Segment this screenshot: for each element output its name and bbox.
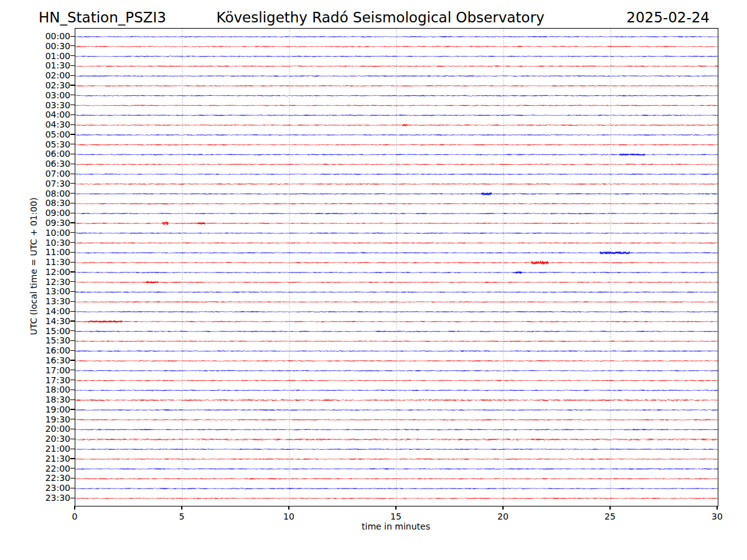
y-tick-label: 03:30 [45,101,70,110]
plot-area [75,28,718,506]
y-tick-mark [70,65,75,66]
y-tick-mark [70,134,75,134]
x-tick-label: 15 [390,511,402,521]
y-tick-label: 09:30 [45,218,70,227]
helicorder-figure: HN_Station_PSZI3 Kövesligethy Radó Seism… [0,0,747,560]
y-tick-label: 06:30 [45,159,70,168]
y-tick-mark [70,370,75,370]
y-tick-label: 02:00 [45,71,70,80]
y-tick-mark [70,380,75,380]
y-tick-mark [70,301,75,302]
y-tick-mark [70,75,75,76]
x-tick-mark [74,506,75,510]
y-tick-label: 11:00 [45,248,70,256]
y-tick-label: 06:00 [45,149,70,158]
y-tick-mark [70,114,75,115]
x-tick-mark [181,506,182,510]
x-tick-mark [288,506,289,510]
x-tick-label: 20 [497,511,509,521]
y-tick-label: 01:30 [45,61,70,70]
y-tick-mark [70,95,75,95]
y-tick-label: 17:30 [45,376,70,385]
y-tick-label: 21:00 [45,444,70,453]
y-tick-mark [70,164,75,164]
y-tick-label: 22:30 [45,474,70,482]
x-tick-mark [502,506,503,510]
y-tick-mark [70,183,75,184]
y-tick-mark [70,478,75,478]
x-tick-mark [716,506,717,510]
y-tick-label: 20:00 [45,424,70,433]
y-tick-label: 12:00 [45,268,70,276]
y-tick-mark [70,232,75,233]
y-tick-label: 14:30 [45,317,70,325]
y-tick-label: 07:00 [45,169,70,178]
y-tick-label: 13:30 [45,297,70,306]
y-tick-label: 11:30 [45,258,70,266]
y-tick-label: 10:00 [45,228,70,237]
y-tick-label: 17:00 [45,366,70,375]
y-tick-label: 16:00 [45,346,70,355]
y-tick-label: 21:30 [45,454,70,463]
y-tick-label: 03:00 [45,91,70,100]
y-tick-label: 12:30 [45,278,70,286]
x-tick-label: 10 [283,511,294,521]
x-tick-mark [395,506,396,510]
y-tick-mark [70,340,75,341]
y-tick-mark [70,439,75,439]
date-title: 2025-02-24 [626,9,710,26]
y-tick-label: 14:00 [45,307,70,315]
y-tick-mark [70,222,75,223]
y-tick-label: 10:30 [45,238,70,247]
y-tick-label: 01:00 [45,52,70,60]
y-tick-label: 22:00 [45,464,70,473]
y-tick-mark [70,330,75,331]
y-tick-mark [70,320,75,321]
y-tick-label: 19:00 [45,405,70,414]
y-tick-label: 23:00 [45,483,70,492]
y-tick-mark [70,262,75,263]
y-tick-mark [70,409,75,409]
y-tick-mark [70,281,75,282]
y-tick-mark [70,390,75,390]
y-tick-mark [70,350,75,351]
y-tick-mark [70,311,75,312]
y-tick-mark [70,105,75,105]
y-axis-label: UTC (local time = UTC + 01:00) [29,197,39,335]
x-tick-label: 25 [604,511,616,521]
helicorder-canvas [75,29,718,506]
x-axis-label: time in minutes [362,521,430,531]
y-tick-mark [70,242,75,243]
y-tick-mark [70,488,75,488]
y-tick-mark [70,399,75,400]
y-tick-label: 16:30 [45,356,70,365]
y-tick-label: 05:30 [45,140,70,149]
y-tick-label: 15:30 [45,336,70,345]
y-tick-label: 07:30 [45,179,70,188]
y-tick-label: 02:30 [45,81,70,90]
x-tick-label: 5 [179,511,185,521]
y-tick-label: 18:00 [45,385,70,394]
y-tick-label: 20:30 [45,434,70,443]
x-tick-label: 30 [712,511,723,521]
y-tick-mark [70,174,75,174]
y-tick-label: 19:30 [45,415,70,424]
y-tick-label: 23:30 [45,493,70,502]
y-tick-label: 05:00 [45,130,70,139]
y-tick-mark [70,203,75,203]
y-tick-mark [70,36,75,37]
y-tick-label: 04:00 [45,110,70,119]
y-tick-mark [70,45,75,46]
y-tick-label: 00:00 [45,32,70,40]
y-tick-label: 15:00 [45,327,70,335]
y-tick-mark [70,360,75,360]
y-tick-label: 13:00 [45,287,70,296]
y-tick-mark [70,291,75,292]
station-title: HN_Station_PSZI3 [39,9,166,26]
y-tick-mark [70,85,75,85]
x-tick-mark [609,506,610,510]
y-tick-label: 18:30 [45,395,70,404]
y-tick-label: 00:30 [45,42,70,50]
y-tick-mark [70,193,75,194]
y-tick-mark [70,252,75,253]
